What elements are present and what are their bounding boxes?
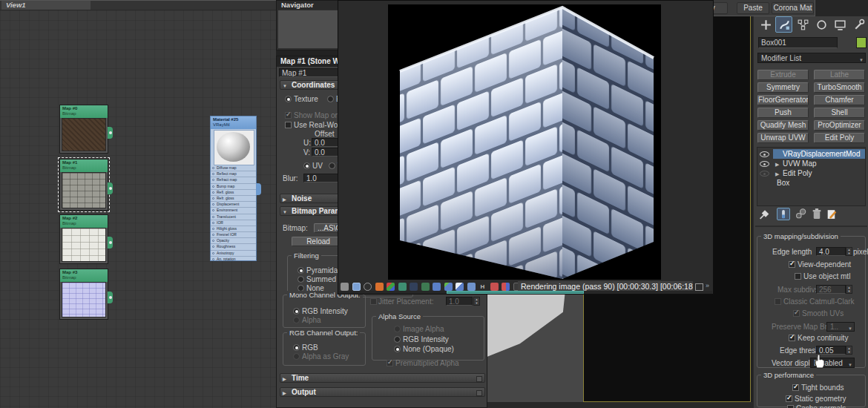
alpha-channel-icon[interactable] <box>421 283 430 291</box>
extrude-button[interactable]: Extrude <box>757 70 809 80</box>
rollout-time[interactable]: Time <box>280 373 485 383</box>
preserve-map-bnd-dropdown[interactable]: 1.. <box>826 322 855 332</box>
object-name-field[interactable]: Box001 <box>758 37 838 48</box>
use-object-mtl-checkbox[interactable] <box>795 273 801 280</box>
slot-row[interactable]: Refr. gloss <box>211 196 256 202</box>
slot-row[interactable]: Environment <box>211 208 256 214</box>
slot-row[interactable]: Displacement <box>211 202 256 208</box>
symmetry-button[interactable]: Symmetry <box>757 82 809 93</box>
visibility-eye-icon[interactable] <box>760 151 769 157</box>
slot-row[interactable]: Anisotropy <box>211 251 256 257</box>
blue-channel-icon[interactable] <box>433 283 441 291</box>
keep-continuity-checkbox[interactable] <box>789 335 795 341</box>
smooth-uvs-checkbox[interactable] <box>793 310 800 317</box>
slate-node-view[interactable]: View1 Map #0 Bitmap Map #1 Bitmap Map #2… <box>0 0 276 408</box>
rollout-pin-icon[interactable] <box>476 376 482 382</box>
visibility-eye-icon[interactable] <box>760 161 769 167</box>
node-output-socket[interactable] <box>108 127 113 139</box>
visibility-eye-icon[interactable] <box>760 171 769 177</box>
pin-stack-icon[interactable] <box>758 208 772 220</box>
none-opaque-radio[interactable] <box>394 346 401 352</box>
shell-button[interactable]: Shell <box>814 108 865 118</box>
jitter-field[interactable]: 1.0 <box>446 297 473 306</box>
premultiplied-checkbox[interactable] <box>387 360 393 366</box>
object-color-swatch[interactable] <box>856 37 867 48</box>
slot-row[interactable]: Bump map <box>211 184 256 190</box>
unwrap-uvw-button[interactable]: Unwrap UVW <box>757 133 809 143</box>
pyramidal-radio[interactable] <box>297 267 304 274</box>
chamfer-button[interactable]: Chamfer <box>814 95 865 105</box>
motion-tab-icon[interactable] <box>815 19 828 31</box>
history-icon[interactable]: H <box>479 283 487 291</box>
mono-channel-icon[interactable] <box>410 283 418 291</box>
uv-radio[interactable] <box>303 162 310 169</box>
node-output-socket[interactable] <box>108 237 113 249</box>
stack-row-box[interactable]: Box <box>757 178 865 188</box>
summed-area-radio[interactable] <box>297 276 304 283</box>
lathe-button[interactable]: Lathe <box>814 70 865 80</box>
stack-row-vraydisplacementmod[interactable]: VRayDisplacementMod <box>757 149 865 159</box>
rgb-channel-icon[interactable] <box>387 283 395 291</box>
corona-mat-button[interactable]: Corona Mat <box>772 2 814 14</box>
rollout-pin-icon[interactable] <box>476 390 482 396</box>
bitmap-node-map3[interactable]: Map #3 Bitmap <box>59 269 108 320</box>
edit-poly-button[interactable]: Edit Poly <box>814 133 865 143</box>
slot-row[interactable]: Refl. gloss <box>211 190 256 196</box>
menu-chevron-icon[interactable]: » <box>706 282 709 289</box>
expand-window-icon[interactable] <box>695 283 703 291</box>
stack-row-edit-poly[interactable]: ▶ Edit Poly <box>757 168 865 178</box>
slot-row[interactable]: Reflect map <box>211 171 256 177</box>
node-output-socket[interactable] <box>108 292 113 303</box>
edge-length-spinner[interactable]: ▲▼ <box>846 247 852 256</box>
view-dependent-checkbox[interactable] <box>789 261 795 268</box>
slot-row[interactable]: Hilight gloss <box>211 226 256 232</box>
rollout-output[interactable]: Output <box>280 387 485 397</box>
vray-frame-buffer-window[interactable]: H Rendering image (pass 90) [00:00:30.3]… <box>338 0 714 295</box>
image-alpha-radio[interactable] <box>394 326 401 332</box>
node-output-socket[interactable] <box>108 182 113 194</box>
make-unique-icon[interactable] <box>795 208 808 220</box>
color-correction-icon[interactable] <box>352 283 361 291</box>
cache-normals-checkbox[interactable] <box>787 405 794 408</box>
pixel-info-icon[interactable] <box>444 283 453 291</box>
compare-icon[interactable] <box>490 283 499 291</box>
static-geometry-checkbox[interactable] <box>786 395 792 402</box>
edge-length-field[interactable]: 4.0 <box>816 247 846 256</box>
texture-radio[interactable] <box>285 96 292 102</box>
alpha-as-gray-radio[interactable] <box>293 353 300 360</box>
push-button[interactable]: Push <box>757 108 809 118</box>
floorgenerator-button[interactable]: FloorGenerator <box>757 95 809 105</box>
quadify-mesh-button[interactable]: Quadify Mesh <box>757 120 809 131</box>
bitmap-node-map1[interactable]: Map #1 Bitmap <box>59 159 108 211</box>
slot-row[interactable]: Opacity <box>211 238 256 244</box>
catmull-clark-checkbox[interactable] <box>775 298 781 305</box>
track-mouse-icon[interactable] <box>467 283 476 291</box>
node-output-socket[interactable] <box>256 183 261 195</box>
configure-modifier-sets-icon[interactable] <box>825 208 838 220</box>
slot-row[interactable]: IOR <box>211 220 256 226</box>
prooptimizer-button[interactable]: ProOptimizer <box>814 120 865 131</box>
create-tab-icon[interactable] <box>760 19 772 31</box>
slot-row[interactable]: An. rotation <box>211 257 256 260</box>
slot-row[interactable]: Translucent <box>211 214 256 220</box>
green-channel-icon[interactable] <box>398 283 407 291</box>
utilities-tab-icon[interactable] <box>852 19 865 31</box>
bitmap-node-map2[interactable]: Map #2 Bitmap <box>59 214 108 264</box>
stack-row-uvw-map[interactable]: ▶ UVW Map <box>757 159 865 168</box>
turbosmooth-button[interactable]: TurboSmooth <box>814 82 865 93</box>
vw-radio[interactable] <box>329 162 335 169</box>
remove-modifier-trash-icon[interactable] <box>810 208 823 220</box>
slot-row[interactable]: Diffuse map <box>211 165 256 171</box>
modifier-list-dropdown[interactable]: Modifier List <box>757 53 866 63</box>
viewport-object[interactable] <box>487 294 583 402</box>
bitmap-node-map0[interactable]: Map #0 Bitmap <box>59 105 108 154</box>
slot-row[interactable]: Refract map <box>211 177 256 183</box>
display-tab-icon[interactable] <box>834 19 846 31</box>
rgb-radio[interactable] <box>293 344 300 351</box>
environ-radio[interactable] <box>327 96 334 102</box>
view-tab[interactable]: View1 <box>1 1 91 10</box>
edge-thresh-spinner[interactable]: ▲▼ <box>846 346 852 355</box>
hierarchy-tab-icon[interactable] <box>797 19 809 31</box>
region-render-icon[interactable] <box>456 283 464 291</box>
slot-row[interactable]: Fresnel IOR <box>211 232 256 238</box>
